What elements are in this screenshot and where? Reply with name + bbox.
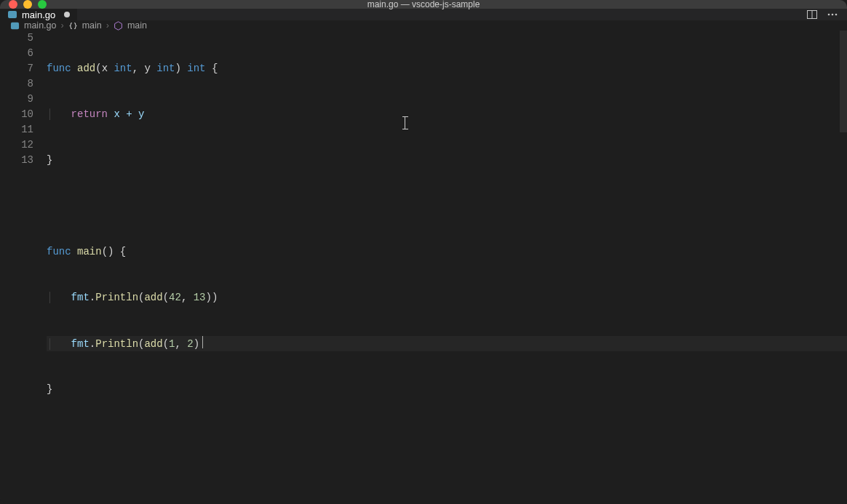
editor-tabbar: main.go bbox=[0, 9, 847, 20]
split-editor-icon[interactable] bbox=[806, 9, 818, 20]
code-editor[interactable]: 5 6 7 8 9 10 11 12 13 func add(x int, y … bbox=[0, 31, 847, 504]
tab-main-go[interactable]: main.go bbox=[0, 9, 78, 20]
line-number: 12 bbox=[0, 137, 33, 153]
namespace-icon bbox=[68, 21, 78, 31]
svg-point-3 bbox=[828, 14, 830, 16]
close-window-button[interactable] bbox=[9, 0, 17, 9]
line-number: 8 bbox=[0, 76, 33, 92]
svg-rect-0 bbox=[8, 11, 17, 18]
line-number: 13 bbox=[0, 153, 33, 168]
line-number-gutter: 5 6 7 8 9 10 11 12 13 bbox=[0, 31, 47, 504]
chevron-right-icon: › bbox=[60, 20, 63, 31]
line-number: 10 bbox=[0, 107, 33, 122]
line-number: 9 bbox=[0, 92, 33, 107]
line-number: 5 bbox=[0, 31, 33, 46]
svg-point-5 bbox=[835, 14, 838, 16]
window-title: main.go — vscode-js-sample bbox=[367, 0, 480, 9]
zoom-window-button[interactable] bbox=[38, 0, 47, 9]
go-file-icon bbox=[7, 9, 17, 20]
chevron-right-icon: › bbox=[106, 20, 109, 31]
more-actions-icon[interactable] bbox=[827, 9, 838, 20]
traffic-lights bbox=[0, 0, 47, 9]
code-content[interactable]: func add(x int, y int) int { │ return x … bbox=[47, 31, 847, 504]
breadcrumb-namespace[interactable]: main bbox=[82, 20, 102, 31]
minimap-slider[interactable] bbox=[840, 31, 847, 132]
tab-label: main.go bbox=[22, 9, 55, 20]
tab-actions bbox=[806, 9, 847, 20]
go-file-icon bbox=[10, 21, 20, 31]
svg-rect-6 bbox=[11, 22, 19, 28]
dirty-indicator-icon bbox=[64, 12, 70, 17]
breadcrumb-file[interactable]: main.go bbox=[24, 20, 56, 31]
editor-cursor bbox=[202, 336, 203, 348]
breadcrumb-symbol[interactable]: main bbox=[127, 20, 147, 31]
function-icon bbox=[114, 21, 123, 31]
svg-point-4 bbox=[832, 14, 834, 16]
breadcrumb[interactable]: main.go › main › main bbox=[0, 20, 847, 31]
mouse-text-cursor-icon bbox=[405, 116, 406, 129]
titlebar: main.go — vscode-js-sample bbox=[0, 0, 847, 9]
line-number: 6 bbox=[0, 46, 33, 61]
line-number: 7 bbox=[0, 61, 33, 76]
minimize-window-button[interactable] bbox=[23, 0, 32, 9]
line-number: 11 bbox=[0, 122, 33, 137]
